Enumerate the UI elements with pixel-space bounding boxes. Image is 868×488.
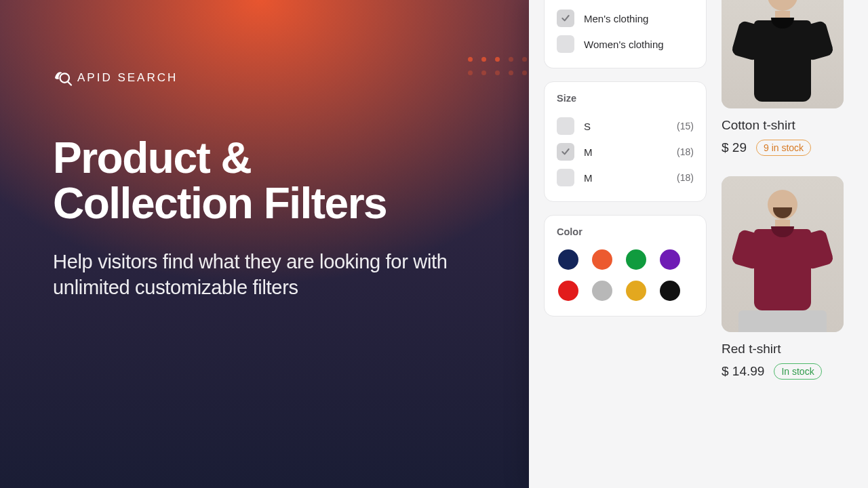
checkbox-checked-icon [557,143,574,161]
category-label: Women's clothing [584,39,664,50]
product-card[interactable]: Cotton t-shirt $ 29 9 in stock [722,0,868,156]
hero-subtitle: Help visitors find what they are looking… [53,249,487,300]
checkbox-unchecked-icon [557,169,574,186]
brand-logo: APID SEARCH [53,68,487,88]
color-swatch[interactable] [626,249,646,270]
color-swatch[interactable] [626,281,646,301]
color-swatch-grid [557,247,694,305]
size-option-m[interactable]: M (18) [557,139,694,165]
stock-badge: 9 in stock [756,140,811,156]
checkbox-unchecked-icon [557,35,574,53]
color-swatch[interactable] [660,249,680,270]
product-card[interactable]: Red t-shirt $ 14.99 In stock [722,176,868,380]
size-option-s[interactable]: S (15) [557,113,694,139]
hero-title: Product & Collection Filters [53,136,487,226]
app-preview: Men's clothing Women's clothing Size S (… [529,0,868,488]
filter-card-color: Color [544,215,707,317]
color-swatch[interactable] [660,281,680,301]
category-option-mens[interactable]: Men's clothing [557,5,694,31]
color-swatch[interactable] [592,281,612,301]
filter-card-category: Men's clothing Women's clothing [544,0,707,68]
filter-heading-size: Size [557,93,694,104]
category-label: Men's clothing [584,13,648,24]
brand-logo-icon [53,68,73,88]
product-price: $ 14.99 [722,364,764,379]
checkbox-checked-icon [557,9,574,27]
product-name: Cotton t-shirt [722,118,868,133]
size-count: (18) [677,146,694,157]
product-image [722,176,844,332]
stock-badge: In stock [774,363,821,380]
size-label: M [584,172,593,184]
filter-card-size: Size S (15) M (18) [544,81,707,202]
product-name: Red t-shirt [722,342,868,357]
category-option-womens[interactable]: Women's clothing [557,31,694,57]
size-label: M [584,146,593,158]
checkbox-unchecked-icon [557,117,574,135]
svg-line-1 [68,81,71,85]
color-swatch[interactable] [592,249,612,270]
product-image [722,0,844,108]
product-price: $ 29 [722,140,747,155]
size-count: (15) [677,121,694,131]
size-label: S [584,121,591,132]
color-swatch[interactable] [558,249,578,270]
brand-name: APID SEARCH [77,71,178,85]
size-option-m-2[interactable]: M (18) [557,165,694,190]
size-count: (18) [677,172,694,183]
color-swatch[interactable] [558,281,578,301]
filter-heading-color: Color [557,226,694,237]
